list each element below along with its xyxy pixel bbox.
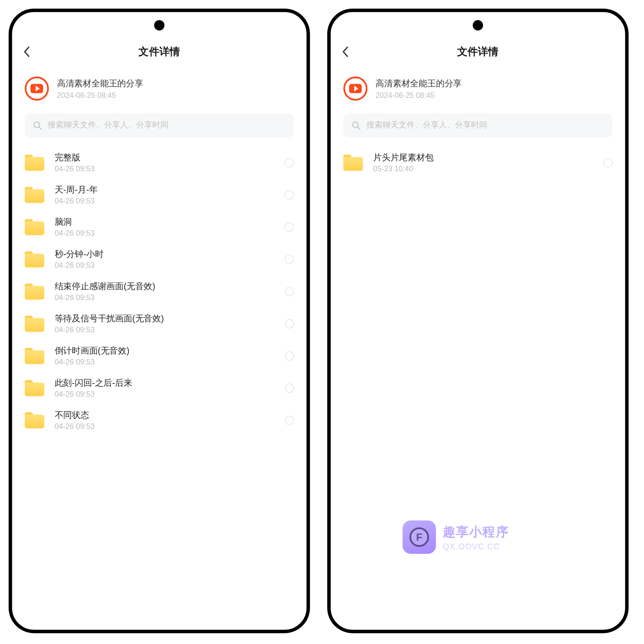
file-time: 04-26 09:53 bbox=[55, 229, 274, 238]
file-time: 04-26 09:53 bbox=[55, 326, 274, 334]
search-placeholder: 搜索聊天文件、分享人、分享时间 bbox=[366, 120, 487, 130]
folder-icon bbox=[25, 251, 44, 267]
select-radio[interactable] bbox=[285, 351, 294, 361]
folder-icon bbox=[25, 316, 44, 332]
watermark-subtitle: QX.OOVC.CC bbox=[443, 542, 509, 551]
back-button[interactable] bbox=[12, 46, 41, 58]
file-list: 完整版04-26 09:53天-周-月-年04-26 09:53脑洞04-26 … bbox=[12, 143, 307, 630]
share-time: 2024-06-25 08:45 bbox=[375, 90, 612, 99]
select-radio[interactable] bbox=[285, 287, 294, 296]
folder-icon bbox=[25, 283, 44, 299]
search-input[interactable]: 搜索聊天文件、分享人、分享时间 bbox=[25, 113, 294, 137]
file-text: 不同状态04-26 09:53 bbox=[55, 410, 274, 431]
file-list: 片头片尾素材包05-23 10:40 bbox=[331, 143, 625, 630]
file-row[interactable]: 结束停止感谢画面(无音效)04-26 09:53 bbox=[12, 275, 307, 308]
file-time: 04-26 09:53 bbox=[55, 293, 274, 302]
file-name: 此刻-闪回-之后-后来 bbox=[55, 378, 274, 389]
share-info[interactable]: 高清素材全能王的分享2024-06-25 08:45 bbox=[331, 66, 625, 109]
file-text: 天-周-月-年04-26 09:53 bbox=[55, 185, 274, 205]
share-text: 高清素材全能王的分享2024-06-25 08:45 bbox=[375, 78, 612, 99]
search-icon bbox=[33, 121, 42, 130]
folder-icon bbox=[343, 155, 363, 171]
file-name: 倒计时画面(无音效) bbox=[55, 346, 274, 356]
file-text: 此刻-闪回-之后-后来04-26 09:53 bbox=[55, 378, 274, 398]
file-time: 04-26 09:53 bbox=[55, 197, 274, 205]
select-radio[interactable] bbox=[285, 158, 294, 167]
select-radio[interactable] bbox=[285, 319, 294, 328]
file-time: 04-26 09:53 bbox=[55, 358, 274, 366]
avatar bbox=[25, 77, 49, 101]
select-radio[interactable] bbox=[603, 158, 613, 167]
file-time: 05-23 10:40 bbox=[373, 165, 593, 173]
watermark-icon: F bbox=[403, 520, 436, 554]
avatar bbox=[343, 77, 367, 101]
play-icon bbox=[349, 84, 362, 93]
file-time: 04-26 09:53 bbox=[55, 261, 274, 270]
file-text: 等待及信号干扰画面(无音效)04-26 09:53 bbox=[55, 313, 274, 334]
file-time: 04-26 09:53 bbox=[55, 390, 274, 399]
hardware-button bbox=[9, 162, 10, 213]
file-text: 脑洞04-26 09:53 bbox=[55, 217, 274, 237]
share-title: 高清素材全能王的分享 bbox=[57, 78, 294, 89]
file-text: 片头片尾素材包05-23 10:40 bbox=[373, 152, 593, 173]
hardware-button bbox=[628, 127, 629, 167]
file-name: 不同状态 bbox=[55, 410, 274, 421]
page-title: 文件详情 bbox=[12, 45, 307, 59]
file-row[interactable]: 等待及信号干扰画面(无音效)04-26 09:53 bbox=[12, 308, 307, 340]
hardware-button bbox=[628, 231, 629, 256]
file-row[interactable]: 不同状态04-26 09:53 bbox=[12, 404, 307, 437]
folder-icon bbox=[25, 380, 44, 396]
file-text: 倒计时画面(无音效)04-26 09:53 bbox=[55, 346, 274, 366]
search-placeholder: 搜索聊天文件、分享人、分享时间 bbox=[48, 120, 168, 130]
select-radio[interactable] bbox=[285, 416, 294, 425]
back-button[interactable] bbox=[331, 46, 359, 58]
file-name: 片头片尾素材包 bbox=[373, 152, 593, 163]
file-name: 完整版 bbox=[55, 152, 274, 163]
file-row[interactable]: 此刻-闪回-之后-后来04-26 09:53 bbox=[12, 372, 307, 404]
file-row[interactable]: 完整版04-26 09:53 bbox=[12, 147, 307, 179]
file-time: 04-26 09:53 bbox=[55, 165, 274, 173]
file-name: 脑洞 bbox=[55, 217, 274, 228]
hardware-button bbox=[309, 127, 310, 167]
file-text: 完整版04-26 09:53 bbox=[55, 152, 274, 173]
file-name: 秒-分钟-小时 bbox=[55, 249, 274, 260]
file-name: 结束停止感谢画面(无音效) bbox=[55, 281, 274, 292]
file-row[interactable]: 倒计时画面(无音效)04-26 09:53 bbox=[12, 340, 307, 372]
chevron-left-icon bbox=[342, 46, 348, 58]
folder-icon bbox=[25, 155, 44, 171]
select-radio[interactable] bbox=[285, 384, 294, 393]
file-text: 秒-分钟-小时04-26 09:53 bbox=[55, 249, 274, 270]
file-text: 结束停止感谢画面(无音效)04-26 09:53 bbox=[55, 281, 274, 302]
select-radio[interactable] bbox=[285, 255, 294, 264]
hardware-button bbox=[327, 162, 328, 213]
screen: 文件详情高清素材全能王的分享2024-06-25 08:45搜索聊天文件、分享人… bbox=[12, 12, 307, 630]
header: 文件详情 bbox=[331, 37, 625, 66]
folder-icon bbox=[25, 187, 44, 203]
page-title: 文件详情 bbox=[331, 45, 625, 59]
hardware-button bbox=[309, 231, 310, 256]
share-info[interactable]: 高清素材全能王的分享2024-06-25 08:45 bbox=[12, 66, 307, 109]
watermark-title: 趣享小程序 bbox=[443, 523, 509, 541]
share-text: 高清素材全能王的分享2024-06-25 08:45 bbox=[57, 78, 294, 99]
svg-line-1 bbox=[39, 127, 41, 129]
file-time: 04-26 09:53 bbox=[55, 422, 274, 431]
folder-icon bbox=[25, 348, 44, 364]
file-name: 等待及信号干扰画面(无音效) bbox=[55, 313, 274, 324]
file-row[interactable]: 片头片尾素材包05-23 10:40 bbox=[331, 147, 625, 179]
svg-line-3 bbox=[358, 127, 360, 129]
share-time: 2024-06-25 08:45 bbox=[57, 90, 294, 99]
chevron-left-icon bbox=[23, 46, 30, 58]
play-icon bbox=[31, 84, 43, 93]
folder-icon bbox=[25, 219, 44, 235]
select-radio[interactable] bbox=[285, 190, 294, 200]
file-row[interactable]: 秒-分钟-小时04-26 09:53 bbox=[12, 243, 307, 275]
watermark: F 趣享小程序 QX.OOVC.CC bbox=[403, 520, 509, 554]
phone-frame: 文件详情高清素材全能王的分享2024-06-25 08:45搜索聊天文件、分享人… bbox=[9, 9, 310, 633]
folder-icon bbox=[25, 412, 44, 429]
search-input[interactable]: 搜索聊天文件、分享人、分享时间 bbox=[343, 113, 612, 137]
select-radio[interactable] bbox=[285, 223, 294, 232]
header: 文件详情 bbox=[12, 37, 307, 66]
file-row[interactable]: 天-周-月-年04-26 09:53 bbox=[12, 179, 307, 211]
share-title: 高清素材全能王的分享 bbox=[375, 78, 612, 89]
file-row[interactable]: 脑洞04-26 09:53 bbox=[12, 211, 307, 243]
